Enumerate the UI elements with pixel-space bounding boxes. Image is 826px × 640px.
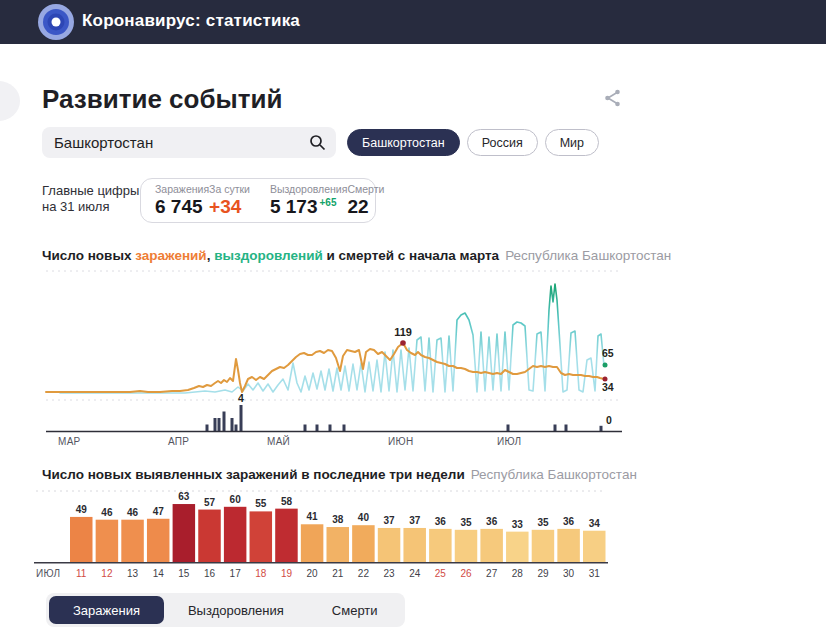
daily-bar-31[interactable] — [583, 531, 606, 562]
bar-value-label: 40 — [358, 512, 370, 523]
deaths-end-label: 0 — [606, 414, 612, 426]
search-input[interactable] — [54, 127, 312, 158]
daily-bar-21[interactable] — [327, 527, 350, 562]
day-label-23: 23 — [383, 568, 395, 579]
daily-bar-25[interactable] — [429, 529, 452, 562]
timeline-region-label: Республика Башкортостан — [505, 248, 671, 263]
daily-bar-27[interactable] — [480, 529, 503, 562]
month-label: МАР — [58, 436, 81, 447]
bar-value-label: 46 — [127, 507, 139, 518]
daily-bar-11[interactable] — [70, 517, 93, 562]
stat-infections: Заражения 6 745 — [155, 183, 209, 218]
tab-recoveries[interactable]: Выздоровления — [164, 596, 308, 624]
daily-chart-title: Число новых выявленных заражений в после… — [42, 467, 637, 482]
search-icon[interactable] — [309, 134, 326, 151]
side-bubble[interactable] — [0, 81, 20, 121]
day-label-19: 19 — [281, 568, 293, 579]
stat-recovered: Выздоровления 5 173+65 — [270, 183, 347, 218]
day-label-21: 21 — [332, 568, 344, 579]
tab-deaths[interactable]: Смерти — [308, 596, 402, 624]
bar-value-label: 37 — [383, 515, 395, 526]
region-filter: Башкортостан Россия Мир — [347, 129, 599, 156]
daily-bar-19[interactable] — [275, 509, 298, 562]
bar-value-label: 57 — [204, 497, 216, 508]
recovered-end-label: 65 — [602, 347, 614, 359]
bar-value-label: 60 — [230, 494, 242, 505]
month-label: ИЮН — [388, 436, 413, 447]
daily-bar-14[interactable] — [147, 519, 170, 562]
timeline-chart-title: Число новых заражений, выздоровлений и с… — [42, 248, 671, 263]
deaths-mini-bar — [343, 425, 346, 432]
bar-value-label: 41 — [307, 511, 319, 522]
deaths-peak-label: 4 — [238, 392, 244, 404]
daily-bar-15[interactable] — [173, 504, 196, 562]
daily-bar-23[interactable] — [378, 528, 401, 562]
day-label-25: 25 — [435, 568, 447, 579]
recoveries-word: выздоровлений — [214, 248, 323, 263]
daily-bar-18[interactable] — [250, 511, 272, 562]
day-label-17: 17 — [230, 568, 242, 579]
day-label-27: 27 — [486, 568, 498, 579]
daily-bar-24[interactable] — [403, 528, 426, 562]
daily-bar-16[interactable] — [198, 510, 221, 562]
day-label-18: 18 — [255, 568, 267, 579]
day-label-31: 31 — [589, 568, 601, 579]
deaths-mini-bar — [304, 425, 307, 432]
peak-label: 119 — [394, 326, 412, 338]
month-label: МАЙ — [267, 435, 290, 447]
bar-value-label: 58 — [281, 496, 293, 507]
share-button[interactable] — [600, 86, 626, 112]
day-label-22: 22 — [358, 568, 370, 579]
recovered-end-dot — [603, 363, 608, 368]
day-label-15: 15 — [178, 568, 190, 579]
day-label-14: 14 — [153, 568, 165, 579]
key-figures-box: Заражения 6 745 За сутки +34 Выздоровлен… — [140, 178, 376, 223]
daily-bar-26[interactable] — [455, 530, 478, 562]
bar-value-label: 47 — [153, 506, 165, 517]
day-label-26: 26 — [460, 568, 472, 579]
daily-bar-12[interactable] — [96, 520, 119, 562]
target-rings-icon[interactable] — [38, 4, 74, 40]
daily-bar-29[interactable] — [532, 530, 555, 562]
app-header: Коронавирус: статистика — [0, 0, 826, 44]
peak-dot — [400, 340, 406, 346]
app-title: Коронавирус: статистика — [82, 11, 300, 31]
daily-bar-28[interactable] — [506, 532, 529, 562]
page-title: Развитие событий — [42, 84, 282, 115]
pill-russia[interactable]: Россия — [467, 129, 538, 156]
deaths-mini-bar — [206, 425, 209, 432]
day-label-30: 30 — [563, 568, 575, 579]
day-label-28: 28 — [512, 568, 524, 579]
pill-world[interactable]: Мир — [545, 129, 599, 156]
deaths-mini-bar — [554, 425, 557, 432]
daily-bar-20[interactable] — [301, 524, 324, 562]
bar-value-label: 55 — [255, 498, 267, 509]
deaths-mini-bar — [316, 425, 319, 432]
bar-value-label: 36 — [563, 516, 575, 527]
daily-bar-22[interactable] — [352, 525, 375, 562]
tab-infections[interactable]: Заражения — [49, 596, 164, 624]
infections-word: заражений — [135, 248, 206, 263]
daily-bar-17[interactable] — [224, 507, 247, 562]
deaths-mini-bar — [231, 418, 234, 431]
deaths-mini-bar — [507, 425, 510, 432]
bar-value-label: 34 — [589, 518, 601, 529]
deaths-mini-bar — [218, 418, 221, 431]
deaths-mini-bar — [214, 418, 217, 431]
daily-bar-13[interactable] — [121, 520, 144, 562]
bar-value-label: 37 — [409, 515, 421, 526]
timeline-chart: МАРАПРМАЙИЮНИЮЛ119653440 — [0, 265, 826, 450]
daily-bar-30[interactable] — [557, 529, 580, 562]
daily-region-label: Республика Башкортостан — [471, 467, 637, 482]
bar-value-label: 36 — [486, 516, 498, 527]
pill-bashkortostan[interactable]: Башкортостан — [347, 129, 460, 156]
day-label-12: 12 — [101, 568, 113, 579]
bar-value-label: 49 — [76, 504, 88, 515]
day-label-20: 20 — [307, 568, 319, 579]
day-label-13: 13 — [127, 568, 139, 579]
deaths-mini-bar — [240, 405, 243, 431]
bar-value-label: 38 — [332, 514, 344, 525]
bar-value-label: 35 — [537, 517, 549, 528]
day-label-16: 16 — [204, 568, 216, 579]
region-search — [42, 127, 336, 158]
